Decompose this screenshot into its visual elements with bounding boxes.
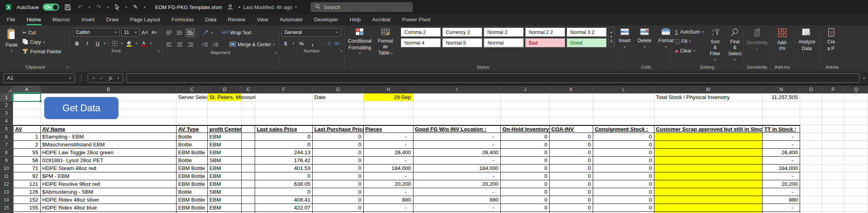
cell-style-comma-2[interactable]: Comma 2 [401, 28, 441, 37]
insert-cells-button[interactable]: Insert ▾ [616, 27, 634, 50]
cell-J15[interactable]: 0 [501, 204, 550, 212]
cell-O13[interactable] [800, 188, 822, 196]
comma-style-icon[interactable]: , [309, 39, 317, 48]
cell-G1[interactable]: Date [313, 93, 364, 101]
cell-C14[interactable]: EBM Bottle [177, 196, 208, 204]
cell-P11[interactable] [822, 172, 844, 180]
cell-D2[interactable] [208, 101, 242, 109]
cell-style-currency-2[interactable]: Currency 2 [442, 28, 482, 37]
cell-K1[interactable] [550, 93, 593, 101]
clear-button[interactable]: ◆ Clear ▾ [673, 46, 705, 56]
autosave-toggle[interactable]: On [43, 4, 59, 11]
cell-L9[interactable]: 0 [593, 157, 654, 164]
cell-I10[interactable]: 184,000 [413, 164, 501, 172]
paste-button[interactable]: Paste ▾ [2, 27, 21, 54]
cell-B5[interactable]: AV Name [41, 125, 177, 133]
cell-E14[interactable] [242, 196, 255, 204]
cell-H7[interactable]: - [364, 141, 413, 149]
decrease-font-icon[interactable]: A˅ [150, 28, 158, 37]
cell-F11[interactable]: 0 [255, 172, 313, 180]
orientation-chevron-icon[interactable]: ▾ [211, 31, 213, 35]
cell-G4[interactable] [313, 117, 364, 125]
col-header-A[interactable]: A [13, 86, 41, 93]
cell-D15[interactable]: EBM [208, 204, 242, 212]
cell-I12[interactable]: 20,200 [413, 180, 501, 188]
col-header-P[interactable]: P [822, 86, 844, 93]
cell-G5[interactable]: Last Purchase Price [313, 125, 364, 133]
cell-B7[interactable]: $Maschinenstillstand EBM [41, 141, 177, 149]
cell-C3[interactable] [177, 109, 208, 117]
cell-F14[interactable]: 408.41 [255, 196, 313, 204]
cell-J3[interactable] [501, 109, 550, 117]
analyze-data-button[interactable]: Analyze Data [795, 27, 819, 52]
cell-E13[interactable] [242, 188, 255, 196]
insert-function-icon[interactable]: fx [109, 75, 113, 81]
cell-A13[interactable]: 126 [13, 188, 41, 196]
cell-E3[interactable] [242, 109, 255, 117]
cell-A7[interactable]: 2 [13, 141, 41, 149]
cell-I11[interactable]: - [413, 172, 501, 180]
cell-K8[interactable]: 0 [550, 149, 593, 157]
cell-J4[interactable] [501, 117, 550, 125]
cell-L8[interactable]: 0 [593, 149, 654, 157]
cell-G15[interactable]: 0 [313, 204, 364, 212]
menu-item-formulas[interactable]: Formulas [171, 15, 194, 25]
menu-item-developer[interactable]: Developer [314, 15, 339, 25]
cell-B13[interactable]: $Abmusterung - SBM [41, 188, 177, 196]
cell-G10[interactable]: 0 [313, 164, 364, 172]
cell-L13[interactable]: 0 [593, 188, 654, 196]
cell-style-bad[interactable]: Bad [525, 38, 565, 47]
borders-icon[interactable] [111, 39, 119, 48]
row-header-1[interactable]: 1 [0, 93, 13, 101]
cell-M14[interactable] [654, 196, 763, 204]
cell-K6[interactable]: 0 [550, 133, 593, 141]
cell-D5[interactable]: profit Center [208, 125, 242, 133]
cell-K12[interactable]: 0 [550, 180, 593, 188]
cell-D3[interactable] [208, 109, 242, 117]
cell-C2[interactable] [177, 101, 208, 109]
row-header-8[interactable]: 8 [0, 149, 13, 157]
percent-style-icon[interactable]: % [298, 39, 306, 48]
quick-access-overflow-icon[interactable]: ▾ [144, 5, 146, 9]
enter-icon[interactable]: ✓ [100, 75, 104, 81]
cell-N4[interactable] [763, 117, 800, 125]
cell-P5[interactable] [822, 125, 844, 133]
format-as-table-button[interactable]: Format as Table ▾ [372, 27, 398, 57]
get-data-button[interactable]: Get Data [44, 97, 118, 119]
menu-item-macros[interactable]: Macros [52, 15, 70, 25]
cell-M15[interactable] [654, 204, 763, 212]
cell-H4[interactable] [364, 117, 413, 125]
find-select-button[interactable]: Find & Select ▾ [725, 27, 744, 63]
cell-C15[interactable]: EBM Bottle [177, 204, 208, 212]
cell-E5[interactable] [242, 125, 255, 133]
cell-style-normal[interactable]: Normal [484, 38, 524, 47]
cell-O12[interactable] [800, 180, 822, 188]
undo-chevron-icon[interactable]: ▾ [88, 5, 90, 9]
cell-Q3[interactable] [844, 109, 868, 117]
cell-O10[interactable] [800, 164, 822, 172]
cell-A6[interactable]: 1 [13, 133, 41, 141]
cell-A3[interactable] [13, 109, 41, 117]
cell-I15[interactable]: - [413, 204, 501, 212]
cell-F5[interactable]: Last sales Price [255, 125, 313, 133]
cell-D1[interactable]: St. Peters, Missouri [208, 93, 242, 101]
cell-N1[interactable]: 11,257,505 [763, 93, 800, 101]
cell-C10[interactable]: EBM Bottle [177, 164, 208, 172]
menu-item-draw[interactable]: Draw [106, 15, 119, 25]
cell-A9[interactable]: 56 [13, 157, 41, 164]
cell-L15[interactable]: 0 [593, 204, 654, 212]
cell-J11[interactable]: 0 [501, 172, 550, 180]
cell-G6[interactable]: 0 [313, 133, 364, 141]
wrap-text-button[interactable]: ab Wrap Text [220, 28, 253, 37]
cell-H6[interactable]: - [364, 133, 413, 141]
cell-P2[interactable] [822, 101, 844, 109]
autosum-button[interactable]: ∑ AutoSum ▾ [673, 27, 705, 37]
cell-I4[interactable] [413, 117, 501, 125]
cell-D11[interactable]: EBM [208, 172, 242, 180]
cell-P12[interactable] [822, 180, 844, 188]
cell-style-normal-2-2[interactable]: Normal 2 2 [525, 28, 565, 37]
cell-N3[interactable] [763, 109, 800, 117]
cell-G3[interactable] [313, 109, 364, 117]
cell-A11[interactable]: 92 [13, 172, 41, 180]
cell-P15[interactable] [822, 204, 844, 212]
